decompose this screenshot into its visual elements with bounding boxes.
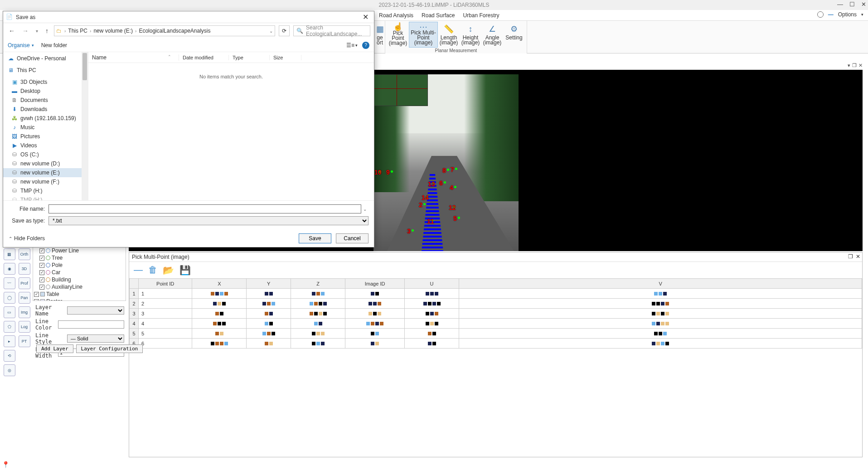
column-header[interactable]: Image ID bbox=[345, 279, 405, 289]
table-row[interactable]: 11 bbox=[130, 289, 862, 299]
panel-menu-icon[interactable]: ▾ bbox=[848, 63, 850, 68]
breadcrumb[interactable]: new volume (E:) bbox=[92, 28, 134, 34]
nav-back-icon[interactable]: ← bbox=[7, 26, 17, 35]
table-row[interactable]: 55 bbox=[130, 329, 862, 339]
panel-close-icon[interactable]: ✕ bbox=[858, 63, 863, 68]
layer-config-button[interactable]: Layer Configuration bbox=[76, 344, 143, 353]
column-header[interactable]: X bbox=[192, 279, 247, 289]
file-name-input[interactable] bbox=[48, 204, 361, 213]
layer-name-select[interactable] bbox=[67, 306, 124, 315]
maximize-icon[interactable]: ☐ bbox=[849, 1, 855, 8]
layer-item[interactable]: ✓Car bbox=[33, 269, 126, 276]
open-folder-icon[interactable]: 📂 bbox=[163, 265, 174, 276]
tree-item[interactable]: ⛁new volume (E:) bbox=[3, 168, 88, 177]
tree-item[interactable]: 🖼Pictures bbox=[3, 132, 88, 141]
tree-item[interactable]: ⛁TMP (H:) bbox=[3, 186, 88, 195]
column-header[interactable]: Y bbox=[247, 279, 291, 289]
tree-item[interactable]: 🖥This PC bbox=[3, 66, 88, 75]
pick-point-button[interactable]: ☝ Pick Point (image) bbox=[387, 22, 409, 48]
location-marker-icon[interactable]: 📍 bbox=[2, 461, 10, 468]
raster-checkbox[interactable]: ✓ bbox=[34, 299, 39, 301]
minus-icon[interactable]: — bbox=[828, 11, 834, 18]
tool-partial[interactable]: ▦ ge ort bbox=[373, 22, 386, 52]
file-list[interactable]: Name⌃ Date modified Type Size No items m… bbox=[88, 52, 374, 200]
panel-restore-icon[interactable]: ❐ bbox=[852, 63, 857, 68]
left-tool-button[interactable]: ▸ bbox=[4, 335, 15, 347]
tab-road-analysis[interactable]: Road Analysis bbox=[379, 12, 413, 19]
table-row[interactable]: 44 bbox=[130, 319, 862, 329]
tree-scrollbar[interactable] bbox=[82, 52, 88, 200]
options-dropdown-icon[interactable]: ▾ bbox=[861, 12, 863, 17]
left-tool-button[interactable]: ◎ bbox=[4, 364, 15, 376]
table-row[interactable]: 66 bbox=[130, 339, 862, 349]
save-type-select[interactable]: *.txt bbox=[48, 216, 369, 225]
left-tool-button[interactable]: ◉ bbox=[4, 263, 15, 275]
breadcrumb[interactable]: EcologicalLandscapeAnalysis bbox=[137, 28, 212, 34]
layer-checkbox[interactable]: ✓ bbox=[39, 248, 44, 253]
length-button[interactable]: 📏 Length (image) bbox=[438, 22, 460, 48]
path-dropdown-icon[interactable]: ⌄ bbox=[269, 29, 273, 34]
hide-folders-button[interactable]: ⌃ Hide Folders bbox=[9, 235, 45, 242]
bp-close-icon[interactable]: ✕ bbox=[856, 253, 860, 260]
setting-button[interactable]: ⚙ Setting bbox=[503, 22, 525, 48]
layer-item[interactable]: ✓AuxiliaryLine bbox=[33, 283, 126, 291]
tree-item[interactable]: ♪Music bbox=[3, 123, 88, 132]
save-button[interactable]: Save bbox=[299, 233, 331, 243]
layer-item[interactable]: ✓Tree bbox=[33, 254, 126, 262]
list-header[interactable]: Name⌃ Date modified Type Size bbox=[88, 52, 374, 63]
left-tool-pt[interactable]: PT bbox=[19, 335, 30, 347]
height-button[interactable]: ↕ Height (image) bbox=[460, 22, 481, 48]
close-app-icon[interactable]: ✕ bbox=[861, 1, 866, 8]
layer-checkbox[interactable]: ✓ bbox=[39, 270, 44, 275]
column-header[interactable]: V bbox=[459, 279, 862, 289]
tree-item[interactable]: ▶Videos bbox=[3, 141, 88, 150]
layer-checkbox[interactable]: ✓ bbox=[39, 256, 44, 261]
options-button[interactable]: Options bbox=[838, 11, 857, 18]
new-folder-button[interactable]: New folder bbox=[41, 42, 67, 48]
delete-icon[interactable]: 🗑 bbox=[148, 265, 157, 276]
address-bar[interactable]: 🗀 › This PC › new volume (E:) › Ecologic… bbox=[54, 25, 275, 36]
layer-item[interactable]: ✓Building bbox=[33, 276, 126, 283]
left-tool-button[interactable]: ▭ bbox=[4, 306, 15, 318]
left-tool-orth[interactable]: Orth bbox=[19, 248, 30, 260]
layer-item[interactable]: ✓Pole bbox=[33, 262, 126, 269]
breadcrumb[interactable]: This PC bbox=[67, 28, 89, 34]
minimize-icon[interactable]: — bbox=[837, 1, 843, 8]
tree-item[interactable]: ▣3D Objects bbox=[3, 78, 88, 87]
minus-row-icon[interactable]: — bbox=[134, 265, 143, 276]
refresh-button[interactable]: ⟳ bbox=[279, 25, 290, 36]
filename-dropdown-icon[interactable]: ⌄ bbox=[361, 207, 369, 212]
left-tool-3d[interactable]: 3D bbox=[19, 263, 30, 275]
nav-forward-icon[interactable]: → bbox=[20, 26, 30, 35]
close-icon[interactable]: ✕ bbox=[360, 13, 371, 21]
organise-button[interactable]: Organise ▾ bbox=[8, 42, 34, 48]
help-icon[interactable]: ? bbox=[362, 42, 369, 49]
pick-multi-point-button[interactable]: ⋯ Pick Multi-Point (image) bbox=[409, 22, 438, 48]
tree-item[interactable]: 🗎Documents bbox=[3, 96, 88, 105]
layer-item[interactable]: ✓Power Line bbox=[33, 247, 126, 254]
nav-up-icon[interactable]: ↑ bbox=[44, 26, 50, 35]
add-layer-button[interactable]: Add Layer bbox=[36, 344, 73, 353]
tab-urban-forestry[interactable]: Urban Forestry bbox=[463, 12, 499, 19]
layer-checkbox[interactable]: ✓ bbox=[39, 277, 44, 282]
bp-restore-icon[interactable]: ❐ bbox=[848, 253, 853, 260]
tree-item[interactable]: ⛁TMP (H:) bbox=[3, 195, 88, 200]
left-tool-button[interactable]: ◯ bbox=[4, 292, 15, 304]
left-tool-img[interactable]: Img bbox=[19, 306, 30, 318]
gear-icon[interactable] bbox=[817, 11, 824, 18]
cancel-button[interactable]: Cancel bbox=[336, 233, 369, 243]
left-tool-button[interactable]: ⬠ bbox=[4, 321, 15, 333]
tree-item[interactable]: ▬Desktop bbox=[3, 87, 88, 96]
folder-tree[interactable]: ☁OneDrive - Personal🖥This PC▣3D Objects▬… bbox=[3, 52, 88, 200]
search-box[interactable]: 🔍 Search EcologicalLandscape... bbox=[293, 25, 370, 36]
view-mode-button[interactable]: ☰≡ ▾ bbox=[346, 42, 358, 48]
layer-checkbox[interactable]: ✓ bbox=[39, 285, 44, 290]
left-tool-button[interactable]: ⟲ bbox=[4, 350, 15, 362]
line-style-select[interactable]: — Solid bbox=[67, 334, 124, 343]
column-header[interactable]: Point ID bbox=[139, 279, 192, 289]
tree-item[interactable]: ⛁new volume (F:) bbox=[3, 177, 88, 186]
left-tool-pan[interactable]: Pan bbox=[19, 292, 30, 304]
table-row[interactable]: 33 bbox=[130, 309, 862, 319]
left-tool-log[interactable]: Log bbox=[19, 321, 30, 333]
sort-indicator-icon[interactable]: ⌃ bbox=[168, 54, 175, 61]
